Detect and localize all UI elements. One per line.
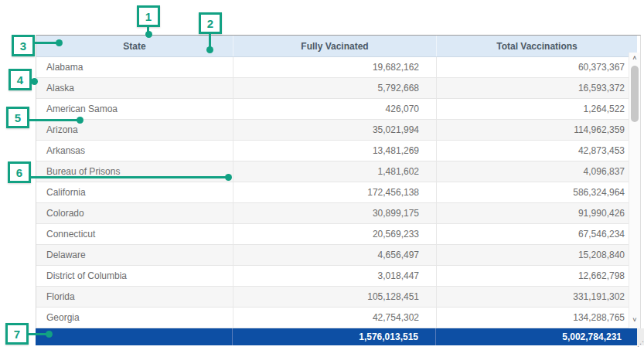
total-vaccinations-cell: 12,662,798	[436, 266, 640, 286]
state-cell: California	[36, 182, 233, 202]
scroll-down-arrow-icon[interactable]: ˅	[629, 315, 640, 325]
total-vaccinations-cell: 67,546,234	[436, 224, 640, 244]
totals-fully-vaccinated-cell: 1,576,013,515	[232, 328, 435, 345]
fully-vaccinated-cell: 1,481,602	[233, 161, 436, 182]
table-body: Alabama19,682,16260,373,367Alaska5,792,6…	[36, 57, 640, 328]
total-vaccinations-cell: 15,208,840	[436, 245, 640, 265]
state-cell: Alaska	[36, 78, 233, 98]
total-vaccinations-cell: 331,191,302	[436, 287, 640, 307]
table-row[interactable]: Arizona35,021,994114,962,359	[36, 120, 640, 141]
table-row[interactable]: Colorado30,899,17591,990,426	[36, 203, 640, 224]
fully-vaccinated-cell: 5,792,668	[233, 78, 436, 98]
dashboard-canvas: State Fully Vacinated Total Vaccinations…	[0, 0, 644, 350]
table-row[interactable]: District of Columbia3,018,44712,662,798	[36, 266, 640, 287]
annotation-dot-3	[56, 39, 63, 46]
annotation-marker-4: 4	[9, 69, 32, 90]
scroll-up-arrow-icon[interactable]: ˄	[629, 53, 640, 63]
total-vaccinations-cell: 91,990,426	[436, 203, 640, 223]
fully-vaccinated-cell: 13,481,269	[233, 141, 436, 161]
table-row[interactable]: Alabama19,682,16260,373,367	[36, 57, 640, 78]
fully-vaccinated-cell: 30,899,175	[233, 203, 436, 223]
table-row[interactable]: Arkansas13,481,26942,873,453	[36, 141, 640, 161]
total-vaccinations-cell: 42,873,453	[436, 141, 640, 161]
state-cell: Bureau of Prisons	[36, 161, 233, 182]
total-vaccinations-cell: 1,264,522	[436, 99, 640, 119]
annotation-marker-3: 3	[12, 35, 35, 56]
annotation-marker-6: 6	[8, 161, 31, 183]
table-row[interactable]: Bureau of Prisons1,481,6024,096,837	[36, 161, 640, 182]
state-cell: District of Columbia	[36, 266, 233, 286]
column-header-fully-vaccinated[interactable]: Fully Vacinated	[233, 36, 436, 56]
table-row[interactable]: California172,456,138586,324,964	[36, 182, 640, 203]
annotation-marker-7: 7	[5, 323, 29, 345]
column-header-total-vaccinations[interactable]: Total Vaccinations	[436, 36, 637, 56]
state-cell: Alabama	[36, 57, 233, 77]
scrollbar-thumb[interactable]	[631, 66, 639, 122]
annotation-dot-1	[145, 31, 152, 38]
annotation-marker-1: 1	[137, 5, 160, 27]
fully-vaccinated-cell: 426,070	[233, 99, 436, 119]
table-totals-row: 1,576,013,515 5,002,784,231	[36, 328, 637, 345]
total-vaccinations-cell: 16,593,372	[436, 78, 640, 98]
total-vaccinations-cell: 60,373,367	[436, 57, 640, 77]
state-cell: Colorado	[36, 203, 233, 223]
annotation-dot-7	[46, 331, 53, 338]
fully-vaccinated-cell: 3,018,447	[233, 266, 436, 286]
table-row[interactable]: Alaska5,792,66816,593,372	[36, 78, 640, 99]
fully-vaccinated-cell: 42,754,302	[233, 308, 436, 328]
total-vaccinations-cell: 586,324,964	[436, 182, 640, 202]
table-row[interactable]: Delaware4,656,49715,208,840	[36, 245, 640, 266]
total-vaccinations-cell: 134,288,765	[436, 308, 640, 328]
state-cell: Arizona	[36, 120, 233, 140]
totals-total-vaccinations-cell: 5,002,784,231	[435, 328, 637, 345]
fully-vaccinated-cell: 35,021,994	[233, 120, 436, 140]
vertical-scrollbar[interactable]: ˄ ˅	[629, 53, 640, 328]
table-row[interactable]: American Samoa426,0701,264,522	[36, 99, 640, 120]
annotation-dot-5	[77, 117, 83, 124]
annotation-dot-2	[206, 46, 213, 53]
state-cell: Georgia	[36, 308, 233, 328]
annotation-stem-6	[30, 176, 227, 178]
fully-vaccinated-cell: 19,682,162	[233, 57, 436, 77]
annotation-marker-5: 5	[6, 107, 29, 128]
fully-vaccinated-cell: 105,128,451	[233, 287, 436, 307]
total-vaccinations-cell: 4,096,837	[436, 161, 640, 182]
annotation-dot-4	[31, 78, 38, 85]
total-vaccinations-cell: 114,962,359	[436, 120, 640, 140]
state-cell: American Samoa	[36, 99, 233, 119]
vaccination-data-table: State Fully Vacinated Total Vaccinations…	[36, 35, 641, 328]
state-cell: Connecticut	[36, 224, 233, 244]
fully-vaccinated-cell: 172,456,138	[233, 182, 436, 202]
state-cell: Delaware	[36, 245, 233, 265]
annotation-stem-5	[29, 119, 78, 121]
table-row[interactable]: Georgia42,754,302134,288,765	[36, 308, 640, 328]
table-header-row: State Fully Vacinated Total Vaccinations	[36, 36, 637, 57]
fully-vaccinated-cell: 4,656,497	[233, 245, 436, 265]
resize-grip-icon[interactable]: ⋰	[637, 340, 644, 348]
column-header-state[interactable]: State	[36, 36, 233, 56]
totals-state-cell	[36, 328, 232, 345]
annotation-dot-6	[225, 174, 232, 181]
state-cell: Arkansas	[36, 141, 233, 161]
annotation-stem-3	[34, 42, 57, 44]
state-cell: Florida	[36, 287, 233, 307]
fully-vaccinated-cell: 20,569,233	[233, 224, 436, 244]
table-row[interactable]: Florida105,128,451331,191,302	[36, 287, 640, 308]
annotation-marker-2: 2	[199, 12, 222, 34]
table-row[interactable]: Connecticut20,569,23367,546,234	[36, 224, 640, 245]
